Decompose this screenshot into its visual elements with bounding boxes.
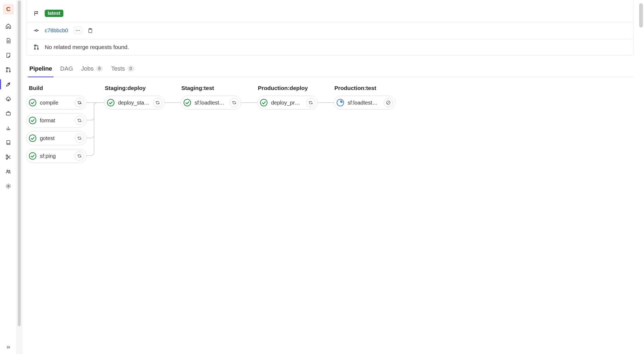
sidebar-item-members[interactable] <box>0 164 17 179</box>
status-success-icon <box>29 116 37 124</box>
gear-icon <box>5 183 11 189</box>
svg-point-1 <box>6 71 7 72</box>
sidebar-item-merge-requests[interactable] <box>0 63 17 77</box>
members-icon <box>5 169 12 174</box>
sidebar-scrollbar[interactable] <box>17 0 22 354</box>
sidebar-item-wiki[interactable] <box>0 135 17 150</box>
job-gotest-label: gotest <box>40 135 72 141</box>
sidebar-expand[interactable] <box>0 341 17 354</box>
job-retry-button[interactable] <box>153 98 162 107</box>
svg-point-25 <box>184 99 191 106</box>
home-icon <box>5 23 11 29</box>
scrollbar-thumb[interactable] <box>18 1 21 326</box>
flag-icon <box>33 11 39 16</box>
sidebar-item-analytics[interactable] <box>0 121 17 135</box>
sidebar: C <box>0 0 17 354</box>
briefcase-icon <box>5 111 11 116</box>
sidebar-item-repo[interactable] <box>0 33 17 48</box>
pipeline-header-card: latest c78bbcb0 No related merge request… <box>26 0 634 55</box>
job-retry-button[interactable] <box>75 134 84 143</box>
svg-point-8 <box>7 170 8 171</box>
status-success-icon <box>29 134 37 142</box>
job-retry-button[interactable] <box>75 151 84 161</box>
no-mr-text: No related merge requests found. <box>45 44 129 50</box>
svg-point-19 <box>37 48 38 49</box>
job-retry-button[interactable] <box>306 98 315 107</box>
sidebar-item-snippets[interactable] <box>0 150 17 164</box>
svg-point-11 <box>36 30 37 31</box>
job-deploy-staging-label: deploy_staging <box>118 100 150 106</box>
clipboard-icon[interactable] <box>88 27 93 33</box>
page-scrollbar[interactable] <box>638 0 644 354</box>
sidebar-item-settings[interactable] <box>0 179 17 193</box>
pipeline-graph: Build Staging:deploy Staging:test Produc… <box>26 85 634 201</box>
tab-tests-count: 0 <box>127 66 134 72</box>
svg-point-17 <box>34 45 35 46</box>
commit-icon <box>33 29 39 32</box>
page-scrollbar-thumb[interactable] <box>639 3 643 27</box>
svg-point-2 <box>9 71 10 72</box>
header-row-badge: latest <box>26 0 633 22</box>
file-icon <box>6 38 11 44</box>
tab-jobs-label: Jobs <box>81 65 94 72</box>
sidebar-item-cicd[interactable] <box>0 77 17 92</box>
job-deploy-production-label: deploy_product... <box>271 100 303 106</box>
tab-jobs-count: 8 <box>96 66 103 72</box>
svg-point-13 <box>77 30 78 31</box>
note-icon <box>6 52 11 58</box>
sidebar-item-home[interactable] <box>0 19 17 33</box>
main-content: latest c78bbcb0 No related merge request… <box>22 0 638 354</box>
job-format[interactable]: format <box>26 113 86 127</box>
job-compile[interactable]: compile <box>26 96 86 110</box>
commit-sha-link[interactable]: c78bbcb0 <box>45 27 68 34</box>
svg-point-14 <box>79 30 80 31</box>
job-retry-button[interactable] <box>230 98 239 107</box>
job-deploy-production[interactable]: deploy_product... <box>257 96 318 110</box>
job-sf-loadtest-production[interactable]: sf:loadtest_pro... <box>334 96 395 110</box>
job-gotest[interactable]: gotest <box>26 131 86 145</box>
job-deploy-staging[interactable]: deploy_staging <box>104 96 165 110</box>
sidebar-item-issues[interactable] <box>0 48 17 63</box>
svg-rect-5 <box>6 112 11 115</box>
ellipsis-icon <box>75 30 80 31</box>
scissors-icon <box>5 154 11 160</box>
job-sfping[interactable]: sf:ping <box>26 149 86 163</box>
job-sf-loadtest-staging[interactable]: sf:loadtest_sta... <box>181 96 241 110</box>
job-sf-loadtest-staging-label: sf:loadtest_sta... <box>195 100 226 106</box>
svg-point-10 <box>8 185 9 187</box>
job-retry-button[interactable] <box>75 116 84 125</box>
job-sf-loadtest-production-label: sf:loadtest_pro... <box>348 100 380 106</box>
tab-tests[interactable]: Tests 0 <box>110 62 135 77</box>
tab-pipeline[interactable]: Pipeline <box>29 62 53 77</box>
svg-point-18 <box>34 48 35 49</box>
project-avatar-letter: C <box>6 6 11 13</box>
status-success-icon <box>107 99 115 107</box>
status-success-icon <box>260 99 268 107</box>
cloud-cog-icon <box>5 96 12 102</box>
sidebar-item-packages[interactable] <box>0 106 17 121</box>
commit-expand-button[interactable] <box>74 27 82 34</box>
bar-chart-icon <box>5 125 11 131</box>
header-row-commit: c78bbcb0 <box>26 22 633 39</box>
svg-point-12 <box>76 30 77 31</box>
svg-point-22 <box>29 135 36 142</box>
job-compile-label: compile <box>40 100 72 106</box>
job-retry-button[interactable] <box>75 98 84 107</box>
svg-point-0 <box>6 68 7 69</box>
svg-point-9 <box>9 170 10 171</box>
tab-dag[interactable]: DAG <box>60 62 74 77</box>
job-cancel-button[interactable] <box>384 98 393 107</box>
project-avatar[interactable]: C <box>3 4 14 15</box>
status-running-icon <box>336 99 344 107</box>
svg-point-20 <box>29 99 36 106</box>
merge-request-icon <box>5 67 11 73</box>
tab-dag-label: DAG <box>60 65 73 72</box>
sidebar-item-deployments[interactable] <box>0 92 17 106</box>
svg-point-21 <box>29 117 36 124</box>
rocket-icon <box>5 81 11 87</box>
job-sfping-label: sf:ping <box>40 153 72 159</box>
tab-jobs[interactable]: Jobs 8 <box>81 62 103 77</box>
merge-request-icon <box>33 44 39 50</box>
svg-point-3 <box>8 84 9 84</box>
status-success-icon <box>29 99 37 107</box>
